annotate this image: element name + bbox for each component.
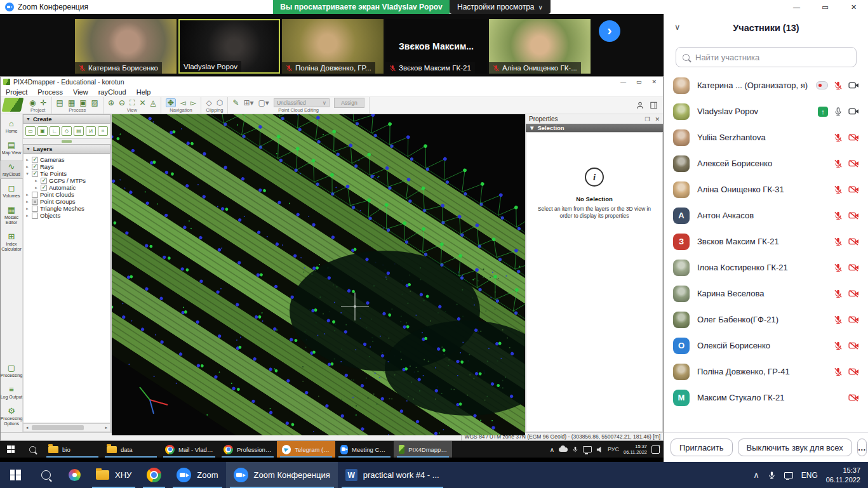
participant-search[interactable]: [676, 47, 857, 67]
participant-row[interactable]: Vladyslav Popov ↑: [664, 98, 868, 124]
speaker-tray-icon[interactable]: [596, 446, 603, 453]
layer-checkbox[interactable]: [32, 157, 38, 163]
next-page-button[interactable]: ›: [599, 20, 620, 42]
search-button[interactable]: [30, 462, 61, 488]
clock[interactable]: 15:37 06.11.2022: [826, 466, 860, 484]
menu-project[interactable]: Project: [6, 88, 27, 96]
animation-camera-icon[interactable]: ▤: [74, 126, 84, 136]
close-button[interactable]: ✕: [839, 0, 868, 14]
taskbar-app-button[interactable]: bio: [43, 441, 102, 458]
assign-button[interactable]: Assign: [334, 98, 364, 108]
layer-checkbox[interactable]: [41, 178, 47, 184]
panel-splitter[interactable]: [23, 139, 110, 144]
participant-row[interactable]: З Звєков Максим ГК-21: [664, 228, 868, 254]
participant-row[interactable]: Карина Веселова: [664, 280, 868, 307]
rail-item[interactable]: Processing Options: [1, 406, 23, 428]
onedrive-cloud-icon[interactable]: [559, 447, 568, 452]
process-step3-icon[interactable]: ▣: [79, 99, 86, 107]
clip-box-icon[interactable]: ◇: [206, 99, 211, 107]
expander-icon[interactable]: [25, 170, 30, 177]
menu-raycloud[interactable]: rayCloud: [98, 88, 126, 96]
network-tray-icon[interactable]: [784, 472, 793, 478]
taskbar-app-button[interactable]: Telegram (33): [277, 441, 335, 458]
scale-constraint-icon[interactable]: И: [86, 126, 96, 136]
search-button[interactable]: [22, 441, 43, 458]
selection-section-header[interactable]: ▼ Selection: [526, 124, 663, 132]
new-project-icon[interactable]: ◉: [29, 99, 36, 107]
participant-row[interactable]: Аліна Онищенко ГК-31: [664, 176, 868, 202]
tray-expand-icon[interactable]: ∧: [753, 470, 759, 480]
draw-surface-icon[interactable]: ▣: [37, 126, 48, 136]
orthoplane-icon[interactable]: ⌗: [98, 126, 108, 136]
view-settings-button[interactable]: Настройки просмотра ∨: [450, 0, 551, 14]
layer-row[interactable]: Point Clouds: [25, 191, 110, 198]
participant-row[interactable]: Алексей Борисенко: [664, 150, 868, 176]
layer-checkbox[interactable]: [32, 213, 38, 219]
notification-center-icon[interactable]: [651, 445, 660, 454]
layer-row[interactable]: GCPs / MTPs: [25, 177, 110, 184]
video-thumbnail[interactable]: Аліна Онищенко ГК-...: [489, 19, 591, 74]
rail-item[interactable]: Volumes: [1, 183, 23, 200]
taskbar-app-button[interactable]: data: [102, 441, 160, 458]
participant-row[interactable]: Ілона Костиренко ГК-21: [664, 254, 868, 280]
expander-icon[interactable]: [25, 156, 30, 163]
search-input[interactable]: [694, 52, 850, 63]
microphone-tray-icon[interactable]: [572, 445, 578, 453]
clear-view-icon[interactable]: ✕: [139, 99, 145, 107]
layer-checkbox[interactable]: [41, 185, 47, 191]
tray-expand-icon[interactable]: ∧: [550, 446, 554, 453]
draw-rectangle-icon[interactable]: ▭: [25, 126, 36, 136]
participant-row[interactable]: Yuliia Serzhantova: [664, 124, 868, 150]
taskbar-app-button[interactable]: PIX4Dmapper - Edu...: [394, 441, 452, 458]
layers-section-header[interactable]: ▼ Layers: [23, 144, 110, 154]
participant-row[interactable]: А Антон Ачкасов: [664, 202, 868, 228]
mute-all-button[interactable]: Выключить звук для всех: [738, 439, 852, 456]
scrollbar-track[interactable]: [30, 425, 103, 431]
taskbar-app-button[interactable]: [139, 462, 169, 488]
rail-item[interactable]: Index Calculator: [1, 231, 23, 253]
zoom-in-icon[interactable]: ⊕: [108, 99, 114, 107]
taskbar-app-button[interactable]: Professional photo...: [218, 441, 277, 458]
focus-view-icon[interactable]: ◬: [150, 99, 156, 107]
pix4d-maximize-button[interactable]: ▭: [636, 79, 642, 85]
participant-row[interactable]: О Олексій Борисенко: [664, 333, 868, 359]
taskbar-app-button[interactable]: practical work #4 - ...: [338, 462, 447, 488]
language-indicator[interactable]: РУС: [608, 446, 619, 452]
layer-row[interactable]: Rays: [25, 163, 110, 170]
rail-item[interactable]: Home: [1, 118, 23, 135]
layer-checkbox[interactable]: [32, 192, 38, 198]
taskbar-app-button[interactable]: Zoom Конференция: [226, 462, 338, 488]
expander-icon[interactable]: [34, 177, 39, 184]
expander-icon[interactable]: [25, 198, 30, 205]
pix4d-close-button[interactable]: ✕: [651, 79, 657, 85]
layer-checkbox[interactable]: [32, 199, 38, 205]
rail-item[interactable]: rayCloud: [1, 161, 23, 178]
scroll-right-arrow[interactable]: ▸: [103, 425, 110, 430]
display-tray-icon[interactable]: [583, 446, 592, 452]
maximize-button[interactable]: ▭: [811, 0, 839, 14]
minimize-button[interactable]: —: [782, 0, 811, 14]
taskbar-app-button[interactable]: Mail - Vladyslav Po...: [160, 441, 218, 458]
video-thumbnail[interactable]: Vladyslav Popov: [178, 19, 280, 74]
video-thumbnail[interactable]: Катерина Борисенко: [75, 19, 177, 74]
expander-icon[interactable]: [25, 205, 30, 212]
participant-row[interactable]: Катерина ... (Организатор, я): [664, 72, 868, 98]
move-project-icon[interactable]: ✛: [40, 99, 46, 107]
language-indicator[interactable]: ENG: [801, 471, 818, 480]
pan-tool-icon[interactable]: ✥: [166, 98, 176, 107]
edit-densified-point-cloud-icon[interactable]: ✎: [232, 99, 239, 107]
invite-button[interactable]: Пригласить: [671, 439, 733, 456]
layer-row[interactable]: Tie Points: [25, 170, 110, 177]
layer-checkbox[interactable]: [32, 171, 38, 177]
rail-item[interactable]: Mosaic Editor: [1, 204, 23, 227]
orbit-right-icon[interactable]: ▻: [190, 99, 196, 107]
draw-polyline-icon[interactable]: ∟: [50, 126, 60, 136]
process-step2-icon[interactable]: ▦: [68, 99, 75, 107]
process-step4-icon[interactable]: ▨: [91, 99, 98, 107]
select-points-dropdown[interactable]: ▢▾: [258, 99, 269, 107]
user-account-icon[interactable]: [636, 102, 644, 109]
rail-item[interactable]: Processing: [1, 362, 23, 379]
taskbar-app-button[interactable]: Meeting Controls: [335, 441, 394, 458]
layout-panels-icon[interactable]: [650, 102, 658, 109]
clock[interactable]: 15:37 06.11.2022: [624, 444, 647, 456]
